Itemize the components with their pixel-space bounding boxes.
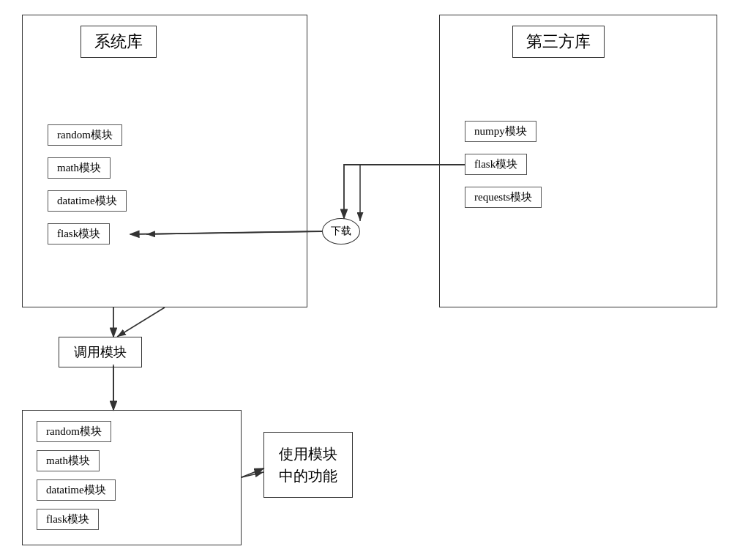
sl-random-module: random模块 <box>48 124 122 146</box>
system-lib-title: 系统库 <box>81 26 157 58</box>
download-oval: 下载 <box>322 218 360 244</box>
bl-math-module: math模块 <box>37 450 100 471</box>
sl-math-module: math模块 <box>48 157 111 179</box>
sl-flask-module: flask模块 <box>48 223 110 244</box>
tp-numpy-module: numpy模块 <box>465 121 536 142</box>
bl-random-module: random模块 <box>37 421 111 442</box>
bl-datetime-module: datatime模块 <box>37 479 116 501</box>
tp-requests-module: requests模块 <box>465 187 542 208</box>
bl-flask-module: flask模块 <box>37 509 99 530</box>
sl-datetime-module: datatime模块 <box>48 190 127 212</box>
svg-line-4 <box>117 307 165 337</box>
svg-line-6 <box>242 472 263 477</box>
use-module-box: 使用模块 中的功能 <box>263 432 353 498</box>
invoke-box: 调用模块 <box>59 337 142 367</box>
svg-line-10 <box>242 468 263 477</box>
diagram: 系统库 第三方库 random模块 math模块 datatime模块 flas… <box>0 0 748 560</box>
third-party-title: 第三方库 <box>512 26 605 58</box>
tp-flask-module: flask模块 <box>465 154 527 175</box>
